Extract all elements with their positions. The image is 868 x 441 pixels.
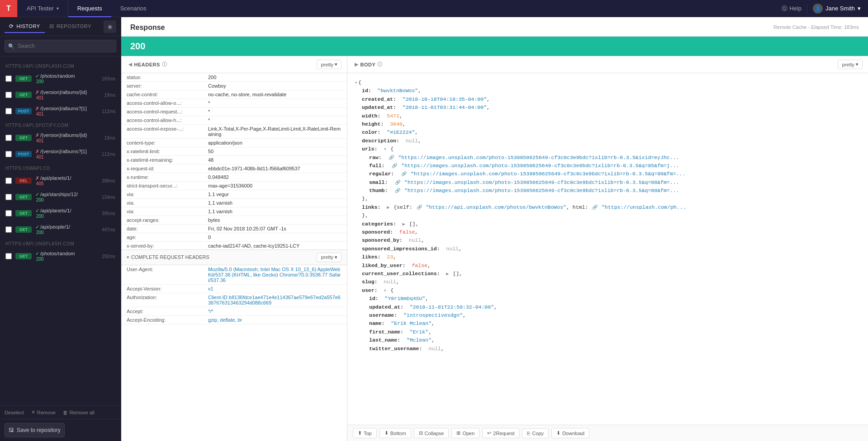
open-button[interactable]: ⊞ Open — [451, 428, 479, 438]
tab-history[interactable]: ⟳ HISTORY — [5, 20, 45, 33]
list-item[interactable]: GET ✓/photos/random 200 183ms — [0, 70, 121, 87]
nav-scenarios-label: Scenarios — [120, 5, 147, 12]
table-row: Authorization: Client-ID b8136fdce1ae471… — [121, 293, 347, 307]
open-label: Open — [462, 431, 474, 436]
list-item[interactable]: GET ✗/{version}/albums/{id} 401 19ms — [0, 130, 121, 146]
item-time: 112ms — [102, 152, 115, 157]
item-meta: ✓/photos/random 200 — [35, 251, 98, 262]
list-item[interactable]: GET ✓/api/planets/1/ 200 395ms — [0, 205, 121, 221]
item-path: ✗/{version}/albums?[1] — [35, 106, 98, 112]
save-repository-button[interactable]: 🖫 Save to repository — [5, 423, 65, 437]
list-item[interactable]: GET ✗/{version}/albums/{id} 401 19ms — [0, 87, 121, 103]
headers-collapse-left[interactable]: ◀ — [127, 62, 134, 67]
complete-req-headers-label: COMPLETE REQUEST HEADERS — [131, 254, 209, 260]
table-row: x-ratelimit-remaining:48 — [121, 156, 347, 164]
collapse-arrow[interactable]: ▶ — [403, 222, 405, 227]
download-button[interactable]: ⬇ Download — [551, 428, 589, 438]
list-item[interactable]: GET ✓/api/starships/12/ 200 134ms — [0, 189, 121, 205]
item-meta: ✓/api/starships/12/ 200 — [35, 192, 98, 202]
item-status: 405 — [36, 181, 98, 186]
item-time: 292ms — [102, 254, 115, 259]
body-pretty-button[interactable]: pretty ▾ — [838, 60, 863, 69]
table-row: strict-transport-secur...:max-age=315360… — [121, 182, 347, 190]
body-toolbar: ⬆ Top ⬇ Bottom ⊟ Collapse ⊞ Open — [347, 425, 868, 441]
header-value: no-cache, no-store, must-revalidate — [203, 90, 347, 99]
json-line: slug: null, — [355, 278, 861, 286]
req-header-key: User-Agent: — [121, 265, 203, 285]
user-caret-icon: ▾ — [858, 5, 861, 12]
tab-repository[interactable]: ⊟ REPOSITORY — [45, 20, 96, 33]
list-item[interactable]: GET ✓/api/people/1/ 200 447ms — [0, 221, 121, 238]
json-line: liked_by_user: false, — [355, 262, 861, 270]
request-button[interactable]: ↩ 2Request — [482, 428, 519, 438]
nav-scenarios[interactable]: Scenarios — [111, 0, 156, 17]
nav-requests[interactable]: Requests — [68, 0, 111, 17]
remote-cache-label: Remote Cache - Elapsed Time: 183ms — [773, 24, 859, 30]
item-checkbox[interactable] — [5, 210, 12, 216]
collapse-button[interactable]: ⊟ Collapse — [414, 428, 449, 438]
remove-all-button[interactable]: 🗑 Remove all — [63, 410, 95, 415]
top-button[interactable]: ⬆ Top — [353, 428, 377, 438]
save-icon-button[interactable]: ◉ — [104, 20, 116, 33]
json-line: color: "#1E2224", — [355, 128, 861, 136]
item-time: 19ms — [104, 93, 115, 98]
header-key: access-control-request...: — [121, 108, 203, 116]
collapse-arrow[interactable]: ▾ — [384, 147, 386, 152]
collapse-arrow[interactable]: ▾ — [384, 288, 386, 293]
json-line: regular: 🔗 "https://images.unsplash.com/… — [355, 170, 861, 178]
collapse-icon: ⊟ — [419, 430, 423, 436]
header-key: server: — [121, 82, 203, 90]
item-checkbox[interactable] — [5, 135, 12, 141]
complete-req-headers-section: ▾ COMPLETE REQUEST HEADERS pretty ▾ — [121, 249, 347, 265]
search-input[interactable] — [5, 40, 116, 52]
item-checkbox[interactable] — [5, 226, 12, 233]
table-row: x-request-id:ebbdc01e-1971-408b-8d11-f56… — [121, 164, 347, 173]
list-item[interactable]: DEL ✗/api/planets/1/ 405 398ms — [0, 173, 121, 189]
item-time: 447ms — [102, 227, 115, 232]
header-value: Fri, 02 Nov 2018 10:25:07 GMT -1s — [203, 225, 347, 233]
header-value: 0 — [203, 233, 347, 242]
header-value: 1.1 varnish — [203, 199, 347, 207]
copy-label: Copy — [532, 431, 544, 436]
collapse-arrow[interactable]: ▶ — [446, 272, 449, 277]
method-badge: POST — [15, 151, 32, 157]
item-checkbox[interactable] — [5, 151, 12, 157]
headers-table: status:200 server:Cowboy cache-control:n… — [121, 73, 347, 249]
body-collapse-right[interactable]: ▶ — [353, 62, 360, 67]
list-item[interactable]: POST ✗/{version}/albums?[1] 401 112ms — [0, 146, 121, 162]
user-menu[interactable]: 👤 Jane Smith ▾ — [813, 4, 861, 14]
save-repo-label: Save to repository — [17, 427, 61, 433]
trash-icon: 🗑 — [63, 410, 68, 415]
item-checkbox[interactable] — [5, 178, 12, 184]
bottom-button[interactable]: ⬇ Bottom — [379, 428, 411, 438]
req-headers-pretty-button[interactable]: pretty ▾ — [317, 253, 342, 262]
list-item[interactable]: GET ✓/photos/random 200 292ms — [0, 248, 121, 264]
table-row: server:Cowboy — [121, 82, 347, 90]
repository-tab-label: REPOSITORY — [57, 23, 91, 29]
item-path: ✗/api/planets/1/ — [35, 175, 98, 181]
help-button[interactable]: ⓪ Help — [782, 5, 802, 13]
item-meta: ✗/{version}/albums/{id} 401 — [35, 89, 101, 100]
header-key: access-control-expose-...: — [121, 125, 203, 139]
item-checkbox[interactable] — [5, 253, 12, 259]
headers-pretty-button[interactable]: pretty ▾ — [317, 60, 342, 69]
collapse-arrow[interactable]: ▾ — [355, 80, 357, 85]
remove-button[interactable]: ✕ Remove — [31, 409, 56, 415]
item-checkbox[interactable] — [5, 108, 12, 114]
deselect-button[interactable]: Deselect — [5, 410, 24, 415]
list-item[interactable]: POST ✗/{version}/albums?[1] 401 112ms — [0, 103, 121, 119]
item-checkbox[interactable] — [5, 194, 12, 200]
top-icon: ⬆ — [358, 430, 362, 436]
collapse-arrow[interactable]: ▶ — [387, 205, 389, 210]
header-key: cache-control: — [121, 90, 203, 99]
copy-button[interactable]: ⎘ Copy — [522, 428, 549, 438]
item-checkbox[interactable] — [5, 75, 12, 82]
item-checkbox[interactable] — [5, 92, 12, 98]
table-row: Accept-Version: v1 — [121, 284, 347, 293]
req-headers-arrow[interactable]: ▾ — [127, 254, 129, 260]
nav-api-tester[interactable]: API Tester ▾ — [18, 0, 68, 17]
headers-panel-header: ◀ HEADERS ⓘ pretty ▾ — [121, 56, 347, 73]
nav-api-tester-label: API Tester — [27, 5, 54, 12]
header-key: date: — [121, 225, 203, 233]
body-panel: ▶ BODY ⓘ pretty ▾ ▾{ id: "bwvktnBoWos", … — [347, 56, 868, 441]
